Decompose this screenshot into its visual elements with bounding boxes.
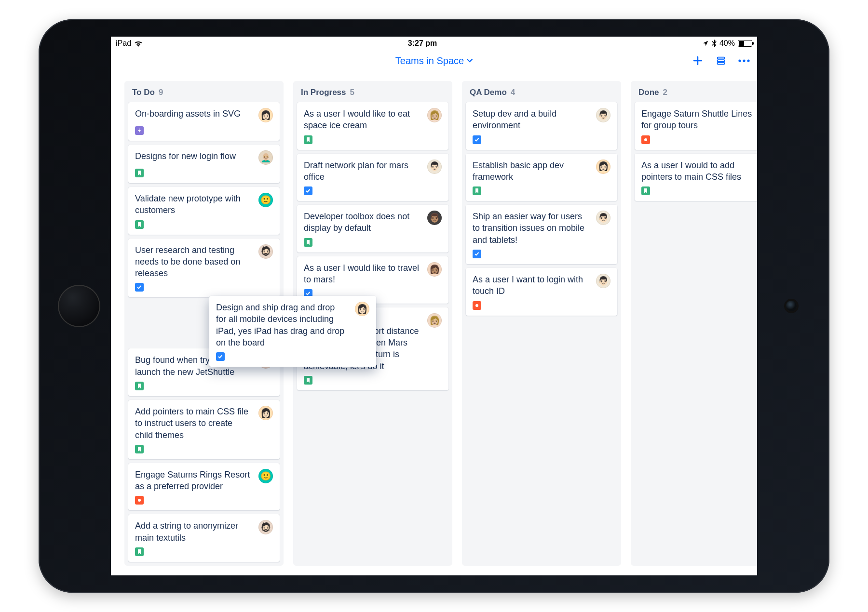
card-count: 9 xyxy=(159,88,163,97)
card[interactable]: Validate new prototype with customers🙂 xyxy=(128,187,280,235)
card-list[interactable]: Setup dev and a build environment👨🏻Estab… xyxy=(462,102,621,319)
card[interactable]: As a user I want to login with touch ID👨… xyxy=(466,268,617,316)
svg-point-8 xyxy=(644,138,647,141)
card-title: Engage Saturn Shuttle Lines for group to… xyxy=(641,108,757,132)
board-switcher[interactable]: Teams in Space xyxy=(395,55,473,67)
plus-icon xyxy=(692,55,704,67)
avatar: 🙂 xyxy=(258,193,273,207)
issue-type-icon xyxy=(473,250,481,258)
card[interactable]: Draft network plan for mars office👨🏻 xyxy=(297,154,448,201)
location-icon xyxy=(702,40,709,47)
column-title: Done xyxy=(638,88,659,97)
avatar: 👩🏼 xyxy=(427,313,442,328)
home-button[interactable] xyxy=(58,285,100,327)
more-icon xyxy=(738,59,750,63)
battery-percent: 40% xyxy=(719,39,735,48)
chevron-down-icon xyxy=(467,59,473,63)
card[interactable]: Ship an easier way for users to transiti… xyxy=(466,205,617,264)
avatar: 👩🏻 xyxy=(355,302,369,316)
card-title: User research and testing needs to be do… xyxy=(135,244,254,279)
card-title: As a user I would like to travel to mars… xyxy=(304,262,422,286)
issue-type-icon xyxy=(304,186,312,195)
svg-point-5 xyxy=(747,59,749,62)
svg-rect-0 xyxy=(718,57,725,59)
card-title: As a user I would like to eat space ice … xyxy=(304,108,422,132)
avatar: 👩🏻 xyxy=(596,160,610,174)
issue-type-icon xyxy=(135,126,144,135)
card-title: Design and ship drag and drop for all mo… xyxy=(216,302,350,348)
ipad-frame: iPad 3:27 pm 40% xyxy=(39,19,829,593)
avatar: 🧔🏻 xyxy=(258,520,273,534)
add-button[interactable] xyxy=(692,54,704,67)
card[interactable]: Establish basic app dev framework👩🏻 xyxy=(466,154,617,201)
svg-point-4 xyxy=(743,59,745,62)
column-header: QA Demo4 xyxy=(462,81,621,102)
avatar: 👨🏻 xyxy=(596,211,610,225)
column-title: To Do xyxy=(132,88,155,97)
column-header: In Progress5 xyxy=(293,81,452,102)
issue-type-icon xyxy=(135,445,144,453)
card-count: 5 xyxy=(350,88,354,97)
card-title: Establish basic app dev framework xyxy=(473,160,591,183)
card-title: Add a string to anonymizer main textutil… xyxy=(135,520,254,544)
svg-point-6 xyxy=(138,499,141,502)
more-button[interactable] xyxy=(738,54,750,67)
column-done[interactable]: Done2Engage Saturn Shuttle Lines for gro… xyxy=(631,81,757,566)
dragging-card[interactable]: Design and ship drag and drop for all mo… xyxy=(209,296,376,367)
avatar: 👩🏽 xyxy=(427,262,442,277)
card-title: As a user I want to login with touch ID xyxy=(473,274,591,297)
column-qademo[interactable]: QA Demo4Setup dev and a build environmen… xyxy=(462,81,621,566)
card[interactable]: As a user I would to add pointers to mai… xyxy=(635,154,757,201)
card-title: Engage Saturns Rings Resort as a preferr… xyxy=(135,469,254,492)
card-count: 4 xyxy=(511,88,515,97)
card-count: 2 xyxy=(663,88,667,97)
card[interactable]: Developer toolbox does not display by de… xyxy=(297,205,448,253)
card[interactable]: Designs for new login flow👨🏼‍🦲 xyxy=(128,145,280,183)
svg-point-7 xyxy=(475,304,478,307)
issue-type-icon xyxy=(135,382,144,390)
issue-type-icon xyxy=(304,238,312,247)
card-title: Validate new prototype with customers xyxy=(135,193,254,216)
card-list[interactable]: Engage Saturn Shuttle Lines for group to… xyxy=(631,102,757,205)
card[interactable]: As a user I would like to eat space ice … xyxy=(297,102,448,150)
kanban-board[interactable]: To Do9On-boarding assets in SVG👩🏻Designs… xyxy=(111,71,757,575)
card-title: Designs for new login flow xyxy=(135,150,254,165)
column-title: QA Demo xyxy=(470,88,507,97)
avatar: 👨🏻 xyxy=(596,108,610,122)
svg-rect-2 xyxy=(718,63,725,65)
card[interactable]: Engage Saturn Shuttle Lines for group to… xyxy=(635,102,757,150)
backlog-button[interactable] xyxy=(715,54,727,67)
column-header: To Do9 xyxy=(124,81,284,102)
issue-type-icon xyxy=(473,186,481,195)
card-title: Draft network plan for mars office xyxy=(304,160,422,183)
card[interactable]: User research and testing needs to be do… xyxy=(128,239,280,298)
issue-type-icon xyxy=(641,186,650,195)
card[interactable]: Add pointers to main CSS file to instruc… xyxy=(128,400,280,459)
issue-type-icon xyxy=(473,135,481,144)
card[interactable]: Add a string to anonymizer main textutil… xyxy=(128,514,280,562)
column-header: Done2 xyxy=(631,81,757,102)
device-label: iPad xyxy=(116,39,131,48)
battery-icon xyxy=(738,40,752,47)
issue-type-icon xyxy=(304,135,312,144)
board-title: Teams in Space xyxy=(395,55,464,67)
issue-type-icon xyxy=(135,220,144,229)
issue-type-icon xyxy=(473,301,481,310)
column-title: In Progress xyxy=(301,88,346,97)
clock: 3:27 pm xyxy=(408,39,437,48)
card[interactable]: Engage Saturns Rings Resort as a preferr… xyxy=(128,463,280,511)
card[interactable]: On-boarding assets in SVG👩🏻 xyxy=(128,102,280,141)
issue-type-icon xyxy=(216,352,225,361)
card-title: On-boarding assets in SVG xyxy=(135,108,254,122)
avatar: 👩🏼 xyxy=(427,108,442,122)
issue-type-icon xyxy=(135,169,144,177)
bluetooth-icon xyxy=(712,40,717,47)
issue-type-icon xyxy=(641,135,650,144)
screen: iPad 3:27 pm 40% xyxy=(111,37,757,575)
avatar: 👨🏼‍🦲 xyxy=(258,150,273,165)
svg-rect-1 xyxy=(718,60,725,62)
ios-status-bar: iPad 3:27 pm 40% xyxy=(111,37,757,50)
card-title: Setup dev and a build environment xyxy=(473,108,591,132)
avatar: 👨🏻 xyxy=(427,160,442,174)
card[interactable]: Setup dev and a build environment👨🏻 xyxy=(466,102,617,150)
